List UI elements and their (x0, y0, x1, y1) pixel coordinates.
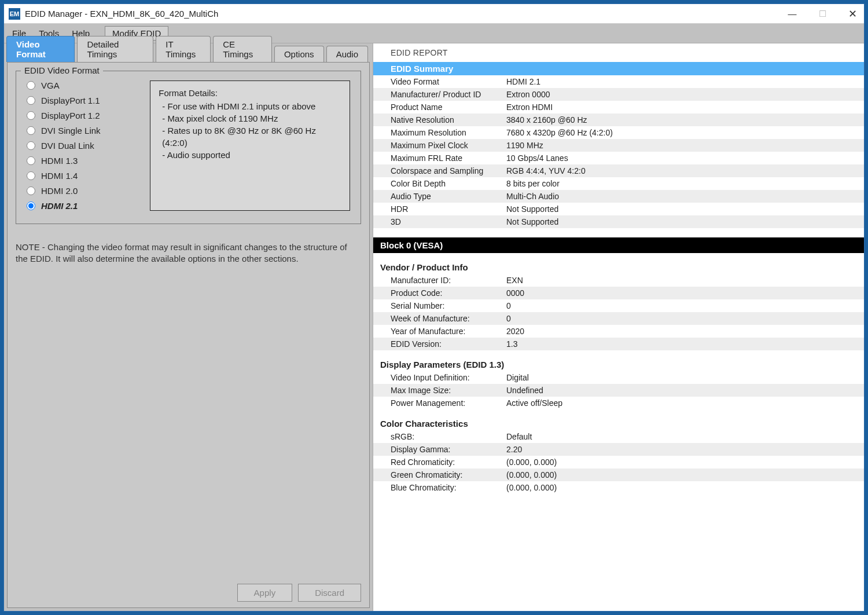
summary-row: Product NameExtron HDMI (373, 101, 864, 114)
minimize-button[interactable]: — (785, 9, 799, 19)
report-body[interactable]: EDID Summary Video FormatHDMI 2.1Manufac… (373, 62, 864, 611)
section-row: Power Management:Active off/Sleep (373, 397, 864, 409)
section-header: Display Parameters (EDID 1.3) (373, 350, 864, 371)
summary-key: Colorspace and Sampling (391, 166, 506, 175)
radio-displayport-11[interactable]: DisplayPort 1.1 (27, 96, 141, 105)
radio-label: DVI Dual Link (41, 141, 94, 151)
titlebar: EM EDID Manager - EXN_HDMI_8K_60_420_Mul… (4, 4, 864, 24)
section-value: Active off/Sleep (506, 398, 864, 408)
section-key: EDID Version: (391, 339, 506, 349)
radio-displayport-12[interactable]: DisplayPort 1.2 (27, 111, 141, 120)
details-line: - For use with HDMI 2.1 inputs or above (162, 100, 341, 112)
right-pane: EDID REPORT EDID Summary Video FormatHDM… (373, 43, 864, 611)
section-key: Serial Number: (391, 301, 506, 310)
section-key: Blue Chromaticity: (391, 483, 506, 492)
summary-value: 8 bits per color (506, 179, 864, 188)
tab-body: EDID Video Format VGA DisplayPort 1.1 Di… (7, 62, 370, 608)
tab-video-format[interactable]: Video Format (6, 36, 75, 62)
summary-row: Audio TypeMulti-Ch Audio (373, 190, 864, 203)
summary-key: Maximum Resolution (391, 128, 506, 137)
section-value: (0.000, 0.000) (506, 470, 864, 479)
radio-vga[interactable]: VGA (27, 80, 141, 90)
summary-row: Maximum Resolution7680 x 4320p @60 Hz (4… (373, 126, 864, 139)
section-key: Display Gamma: (391, 445, 506, 454)
summary-key: Maximum Pixel Clock (391, 141, 506, 150)
section-row: Video Input Definition:Digital (373, 371, 864, 384)
summary-row: Native Resolution3840 x 2160p @60 Hz (373, 114, 864, 126)
summary-key: Maximum FRL Rate (391, 153, 506, 163)
radio-dvi-single[interactable]: DVI Single Link (27, 126, 141, 136)
group-legend: EDID Video Format (21, 65, 103, 75)
section-row: Max Image Size:Undefined (373, 384, 864, 397)
summary-value: 7680 x 4320p @60 Hz (4:2:0) (506, 128, 864, 137)
summary-value: HDMI 2.1 (506, 77, 864, 86)
section-row: Green Chromaticity:(0.000, 0.000) (373, 468, 864, 481)
radio-dvi-dual[interactable]: DVI Dual Link (27, 141, 141, 151)
report-sections: Vendor / Product InfoManufacturer ID:EXN… (373, 253, 864, 494)
summary-row: 3DNot Supported (373, 215, 864, 228)
section-key: Year of Manufacture: (391, 327, 506, 336)
close-button[interactable]: ✕ (845, 8, 859, 20)
format-details-box: Format Details: - For use with HDMI 2.1 … (150, 80, 350, 211)
summary-key: Video Format (391, 77, 506, 86)
summary-key: Native Resolution (391, 115, 506, 125)
summary-rows: Video FormatHDMI 2.1Manufacturer/ Produc… (373, 75, 864, 228)
section-value: 2020 (506, 327, 864, 336)
section-value: Undefined (506, 386, 864, 395)
section-row: Week of Manufacture:0 (373, 312, 864, 325)
details-header: Format Details: (159, 87, 341, 99)
radio-hdmi-21[interactable]: HDMI 2.1 (27, 201, 141, 211)
summary-key: Color Bit Depth (391, 179, 506, 188)
maximize-button[interactable]: ☐ (815, 9, 829, 19)
summary-row: Video FormatHDMI 2.1 (373, 75, 864, 88)
summary-header: EDID Summary (373, 62, 864, 75)
section-row: Product Code:0000 (373, 287, 864, 299)
section-header: Color Characteristics (373, 409, 864, 430)
radio-label: DisplayPort 1.1 (41, 96, 100, 105)
details-line: - Audio supported (162, 149, 341, 161)
discard-button[interactable]: Discard (298, 584, 361, 602)
tab-audio[interactable]: Audio (326, 46, 368, 62)
section-key: Red Chromaticity: (391, 457, 506, 467)
section-row: EDID Version:1.3 (373, 338, 864, 350)
summary-key: HDR (391, 204, 506, 214)
tab-ce-timings[interactable]: CE Timings (213, 36, 272, 62)
tab-options[interactable]: Options (274, 46, 324, 62)
app-window: EM EDID Manager - EXN_HDMI_8K_60_420_Mul… (3, 3, 865, 612)
window-controls: — ☐ ✕ (785, 8, 859, 20)
summary-row: Maximum FRL Rate10 Gbps/4 Lanes (373, 152, 864, 164)
summary-value: Extron 0000 (506, 90, 864, 99)
tab-it-timings[interactable]: IT Timings (156, 36, 211, 62)
note-text: NOTE - Changing the video format may res… (16, 241, 361, 265)
section-key: Power Management: (391, 398, 506, 408)
summary-key: Audio Type (391, 192, 506, 201)
app-icon: EM (9, 8, 20, 20)
section-key: Week of Manufacture: (391, 314, 506, 323)
radio-hdmi-20[interactable]: HDMI 2.0 (27, 186, 141, 196)
radio-column: VGA DisplayPort 1.1 DisplayPort 1.2 DVI … (27, 80, 141, 211)
section-row: sRGB:Default (373, 430, 864, 443)
summary-value: Extron HDMI (506, 103, 864, 112)
section-value: 1.3 (506, 339, 864, 349)
block0-header: Block 0 (VESA) (373, 237, 864, 253)
window-title: EDID Manager - EXN_HDMI_8K_60_420_MultiC… (25, 9, 218, 19)
summary-value: 10 Gbps/4 Lanes (506, 153, 864, 163)
section-value: 0000 (506, 288, 864, 298)
section-value: (0.000, 0.000) (506, 483, 864, 492)
apply-button[interactable]: Apply (237, 584, 293, 602)
summary-row: Colorspace and SamplingRGB 4:4:4, YUV 4:… (373, 164, 864, 177)
section-row: Display Gamma:2.20 (373, 443, 864, 456)
section-key: Green Chromaticity: (391, 470, 506, 479)
section-row: Manufacturer ID:EXN (373, 274, 864, 287)
section-value: Default (506, 432, 864, 441)
radio-label: DVI Single Link (41, 126, 101, 136)
radio-label: HDMI 2.0 (41, 186, 78, 196)
tab-detailed-timings[interactable]: Detailed Timings (77, 36, 153, 62)
summary-row: Color Bit Depth8 bits per color (373, 177, 864, 190)
radio-hdmi-14[interactable]: HDMI 1.4 (27, 171, 141, 181)
tab-row: Video Format Detailed Timings IT Timings… (4, 43, 373, 62)
main-split: Video Format Detailed Timings IT Timings… (4, 43, 864, 611)
section-key: Max Image Size: (391, 386, 506, 395)
section-value: 2.20 (506, 445, 864, 454)
radio-hdmi-13[interactable]: HDMI 1.3 (27, 156, 141, 166)
